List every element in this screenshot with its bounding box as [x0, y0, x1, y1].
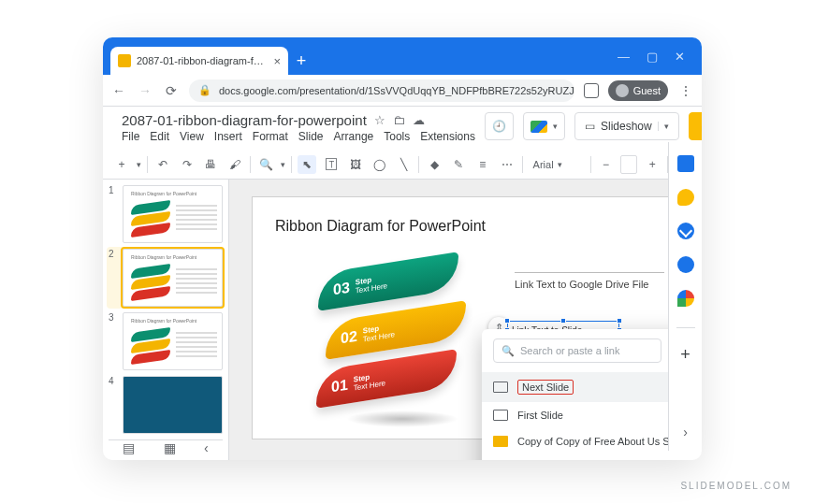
link-option-file-2[interactable]: 7881-01-self-introduction-powerpoint-tem… — [482, 454, 702, 460]
font-size-decrease[interactable]: − — [597, 155, 616, 174]
editor-toolbar: +▾ ↶ ↷ 🖶 🖌 🔍▾ ⬉ 🅃 🖼 ◯ ╲ ◆ ✎ ≡ ⋯ Arial▾ −… — [103, 150, 702, 180]
search-icon: 🔍 — [501, 345, 515, 357]
menu-extensions[interactable]: Extensions — [420, 130, 475, 143]
slides-favicon — [118, 54, 131, 67]
grid-view-icon[interactable]: ▦ — [164, 440, 176, 455]
border-color-icon[interactable]: ✎ — [449, 155, 468, 174]
font-label: Arial — [533, 159, 554, 170]
browser-window: 2087-01-ribbon-diagram-for-po × + — ▢ ✕ … — [103, 37, 702, 460]
menu-format[interactable]: Format — [253, 130, 288, 143]
right-caption-block[interactable]: Link Text to Google Drive File — [515, 272, 664, 318]
tasks-icon[interactable] — [677, 223, 694, 239]
url-text: docs.google.com/presentation/d/1SsVVQdUq… — [219, 85, 574, 96]
slide-icon — [493, 410, 508, 421]
menu-arrange[interactable]: Arrange — [334, 130, 374, 143]
forward-icon[interactable]: → — [137, 83, 153, 98]
star-icon[interactable]: ☆ — [374, 113, 385, 127]
slide-thumb-4[interactable]: 4 — [109, 376, 223, 434]
play-icon: ▭ — [585, 120, 595, 133]
profile-label: Guest — [633, 85, 661, 96]
font-size-increase[interactable]: + — [643, 155, 661, 174]
browser-toolbar: ← → ⟳ 🔒 docs.google.com/presentation/d/1… — [103, 75, 702, 107]
avatar-icon — [616, 84, 629, 97]
minimize-icon[interactable]: — — [618, 50, 630, 64]
menu-bar: File Edit View Insert Format Slide Arran… — [122, 130, 475, 143]
slides-file-icon — [493, 436, 508, 447]
slide-canvas-area: Ribbon Diagram for PowerPoint 03 StepTex… — [229, 180, 702, 460]
filmstrip-view-icon[interactable]: ▤ — [123, 440, 135, 455]
slide-icon — [493, 382, 508, 393]
border-weight-icon[interactable]: ≡ — [473, 155, 492, 174]
slide-thumb-2[interactable]: 2 Ribbon Diagram for PowerPoint — [107, 247, 225, 309]
redo-icon[interactable]: ↷ — [178, 155, 196, 174]
browser-tab[interactable]: 2087-01-ribbon-diagram-for-po × — [110, 47, 288, 75]
kebab-menu-icon[interactable]: ⋮ — [677, 83, 694, 98]
addons-plus-icon[interactable]: + — [680, 345, 690, 365]
border-dash-icon[interactable]: ⋯ — [498, 155, 516, 174]
contacts-icon[interactable] — [677, 256, 694, 273]
slideshow-dropdown-icon[interactable]: ▾ — [658, 122, 669, 131]
menu-insert[interactable]: Insert — [214, 130, 242, 143]
move-icon[interactable]: 🗀 — [393, 113, 405, 127]
fill-color-icon[interactable]: ◆ — [425, 155, 443, 174]
slideshow-label: Slideshow — [601, 120, 652, 133]
slide-thumb-1[interactable]: 1 Ribbon Diagram for PowerPoint — [109, 185, 223, 243]
caption-1[interactable]: Link Text to Google Drive File — [515, 279, 664, 290]
lock-icon: 🔒 — [198, 84, 211, 96]
maps-icon[interactable] — [677, 290, 694, 307]
close-window-icon[interactable]: ✕ — [675, 50, 685, 64]
address-bar[interactable]: 🔒 docs.google.com/presentation/d/1SsVVQd… — [189, 79, 574, 102]
slideshow-button[interactable]: ▭ Slideshow ▾ — [574, 112, 679, 140]
textbox-tool-icon[interactable]: 🅃 — [322, 155, 341, 174]
document-header: 2087-01-ribbon-diagram-for-powerpoint ☆ … — [103, 107, 702, 146]
workspace: 1 Ribbon Diagram for PowerPoint 2 Ribbon… — [103, 180, 702, 460]
close-tab-icon[interactable]: × — [273, 54, 281, 68]
print-icon[interactable]: 🖶 — [202, 155, 221, 174]
extensions-icon[interactable] — [584, 83, 599, 98]
ribbon-step-3[interactable]: 03 StepText Here — [318, 252, 458, 311]
font-size-input[interactable] — [620, 155, 637, 174]
new-tab-button[interactable]: + — [288, 47, 314, 75]
slide-title[interactable]: Ribbon Diagram for PowerPoint — [275, 218, 656, 235]
slide-panel: 1 Ribbon Diagram for PowerPoint 2 Ribbon… — [103, 180, 229, 460]
link-search-input[interactable]: 🔍 Search or paste a link — [493, 338, 661, 363]
menu-view[interactable]: View — [180, 130, 204, 143]
select-tool-icon[interactable]: ⬉ — [298, 155, 316, 174]
hide-sidepanel-icon[interactable]: › — [683, 425, 688, 439]
lock-share-icon: 🔒 — [699, 120, 702, 133]
meet-icon — [531, 121, 547, 133]
menu-file[interactable]: File — [122, 130, 139, 143]
reload-icon[interactable]: ⟳ — [163, 83, 180, 98]
meet-button[interactable]: ▾ — [523, 112, 565, 140]
thumb-mode-bar: ▤ ▦ ‹ — [109, 439, 223, 455]
menu-tools[interactable]: Tools — [384, 130, 410, 143]
watermark: SLIDEMODEL.COM — [680, 481, 792, 491]
cloud-status-icon[interactable]: ☁ — [413, 113, 425, 127]
document-title[interactable]: 2087-01-ribbon-diagram-for-powerpoint — [122, 112, 367, 128]
ribbon-graphic[interactable]: 03 StepText Here 02 StepText Here 01 Ste… — [309, 263, 477, 422]
back-icon[interactable]: ← — [110, 83, 127, 98]
calendar-icon[interactable] — [677, 155, 694, 172]
font-family-select[interactable]: Arial▾ — [529, 154, 585, 175]
undo-icon[interactable]: ↶ — [153, 155, 172, 174]
menu-slide[interactable]: Slide — [298, 130, 324, 143]
paint-format-icon[interactable]: 🖌 — [225, 155, 244, 174]
profile-chip[interactable]: Guest — [608, 80, 668, 101]
keep-icon[interactable] — [677, 189, 694, 206]
new-slide-button[interactable]: + — [112, 155, 131, 174]
browser-titlebar: 2087-01-ribbon-diagram-for-po × + — ▢ ✕ — [103, 37, 702, 75]
collapse-panel-icon[interactable]: ‹ — [204, 440, 209, 455]
window-controls: — ▢ ✕ — [608, 44, 694, 75]
link-option-label: Next Slide — [517, 380, 574, 395]
maximize-icon[interactable]: ▢ — [647, 50, 658, 64]
line-tool-icon[interactable]: ╲ — [394, 155, 413, 174]
zoom-icon[interactable]: 🔍 — [256, 155, 275, 174]
image-tool-icon[interactable]: 🖼 — [346, 155, 365, 174]
menu-edit[interactable]: Edit — [150, 130, 169, 143]
tab-title: 2087-01-ribbon-diagram-for-po — [137, 55, 268, 66]
slide-thumb-3[interactable]: 3 Ribbon Diagram for PowerPoint — [109, 312, 223, 370]
share-button[interactable]: 🔒 Share — [689, 112, 702, 140]
history-button[interactable]: 🕘 — [485, 112, 514, 140]
side-panel: + › — [668, 142, 702, 451]
shape-tool-icon[interactable]: ◯ — [371, 155, 389, 174]
